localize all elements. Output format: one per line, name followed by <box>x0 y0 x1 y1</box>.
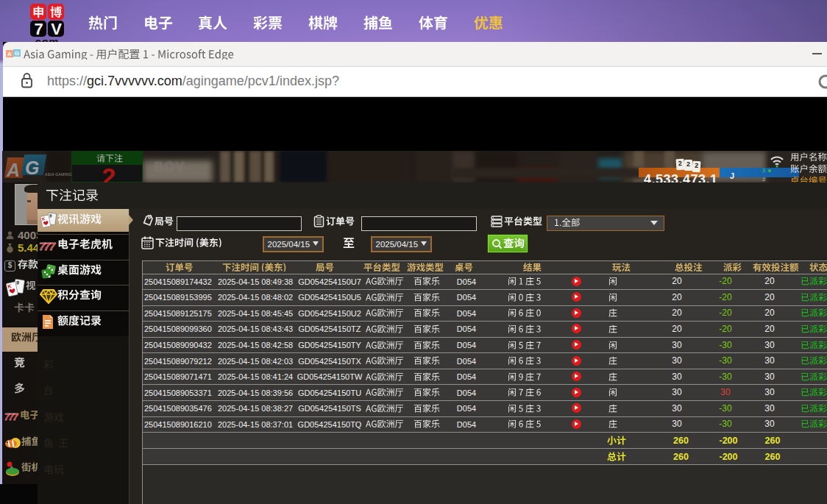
svg-text:777: 777 <box>39 240 56 252</box>
svg-text:777: 777 <box>4 412 19 422</box>
